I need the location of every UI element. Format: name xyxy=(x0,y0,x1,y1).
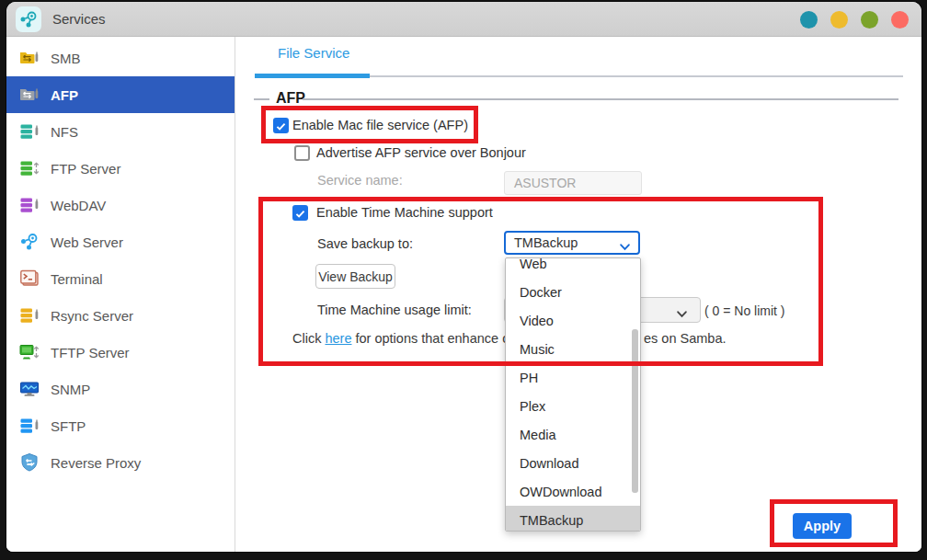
dropdown-scrollbar-thumb[interactable] xyxy=(632,329,638,493)
samba-note-text: for options that enhance com xyxy=(351,331,527,346)
dropdown-option-web[interactable]: Web xyxy=(506,257,640,278)
main-panel: File Service AFP Enable Mac file service… xyxy=(235,37,921,552)
tftp-server-icon xyxy=(19,342,40,362)
window-dot-teal[interactable] xyxy=(800,11,818,29)
active-tab-underline xyxy=(255,74,370,78)
save-backup-dropdown-list: WebDockerVideoMusicPHPlexMediaDownloadOW… xyxy=(505,257,641,531)
fieldset-line xyxy=(303,98,898,100)
sidebar-item-label: Rsync Server xyxy=(51,308,133,324)
service-name-input[interactable]: ASUSTOR xyxy=(504,171,642,195)
web-server-icon xyxy=(19,232,40,252)
sidebar-item-label: SNMP xyxy=(51,382,90,397)
sidebar-item-smb[interactable]: SMB xyxy=(6,40,235,76)
samba-note-fragment: es on Samba. xyxy=(644,331,726,346)
window-body: SMBAFPNFSFTP ServerWebDAVWeb ServerTermi… xyxy=(6,37,921,552)
enable-afp-checkbox[interactable] xyxy=(273,118,289,133)
sidebar-item-web-server[interactable]: Web Server xyxy=(6,223,235,260)
fieldset-line xyxy=(254,98,269,100)
dropdown-option-music[interactable]: Music xyxy=(506,335,640,363)
smb-folder-icon xyxy=(19,48,40,68)
titlebar-dots xyxy=(800,2,909,37)
save-backup-value: TMBackup xyxy=(514,235,578,250)
sidebar-item-sftp[interactable]: SFTP xyxy=(6,407,235,444)
chevron-down-icon xyxy=(677,306,687,321)
sidebar-item-label: TFTP Server xyxy=(51,345,130,360)
samba-note-text: Click xyxy=(292,331,325,346)
webdav-stack-icon xyxy=(19,195,40,215)
window-dot-red[interactable] xyxy=(891,11,909,29)
sidebar-item-label: SFTP xyxy=(51,418,86,434)
enable-afp-label[interactable]: Enable Mac file service (AFP) xyxy=(292,118,468,133)
dropdown-option-tmbackup[interactable]: TMBackup xyxy=(506,506,640,531)
dropdown-option-ph[interactable]: PH xyxy=(506,363,640,392)
save-backup-label: Save backup to: xyxy=(317,236,413,252)
usage-limit-hint: ( 0 = No limit ) xyxy=(704,303,785,318)
rsync-stack-icon xyxy=(19,305,40,326)
view-backup-button[interactable]: View Backup xyxy=(315,264,395,289)
sidebar-item-reverse-proxy[interactable]: Reverse Proxy xyxy=(6,444,235,481)
sidebar-item-ftp-server[interactable]: FTP Server xyxy=(6,150,235,187)
reverse-proxy-icon xyxy=(19,452,40,473)
dropdown-option-media[interactable]: Media xyxy=(506,420,640,449)
service-name-label: Service name: xyxy=(317,173,403,189)
sidebar-item-label: WebDAV xyxy=(51,198,106,213)
screenshot-stage: Services SMBAFPNFSFTP ServerWebDAVWeb Se… xyxy=(0,0,927,560)
nfs-stack-icon xyxy=(19,121,40,142)
ftp-server-icon xyxy=(19,158,40,178)
apply-button[interactable]: Apply xyxy=(793,513,852,539)
samba-note-link[interactable]: here xyxy=(325,331,351,346)
sidebar-item-snmp[interactable]: SNMP xyxy=(6,371,235,407)
time-machine-label[interactable]: Enable Time Machine support xyxy=(316,205,493,221)
samba-note: Click here for options that enhance com xyxy=(292,331,528,346)
titlebar[interactable]: Services xyxy=(6,2,921,37)
sidebar-item-rsync-server[interactable]: Rsync Server xyxy=(6,297,235,334)
dropdown-option-owdownload[interactable]: OWDownload xyxy=(506,477,640,506)
window-dot-green[interactable] xyxy=(861,11,878,29)
snmp-monitor-icon xyxy=(19,379,40,399)
dropdown-option-docker[interactable]: Docker xyxy=(506,278,640,306)
sidebar-item-label: AFP xyxy=(51,87,78,103)
terminal-icon xyxy=(19,269,40,289)
window-dot-yellow[interactable] xyxy=(830,11,848,29)
sidebar-item-tftp-server[interactable]: TFTP Server xyxy=(6,334,235,371)
sidebar-item-label: Terminal xyxy=(51,271,103,287)
afp-folder-icon xyxy=(19,85,40,105)
sidebar-item-label: SMB xyxy=(51,51,81,66)
afp-section-title: AFP xyxy=(276,90,305,107)
sidebar-item-label: FTP Server xyxy=(51,161,120,177)
dropdown-option-download[interactable]: Download xyxy=(506,449,640,477)
window-title: Services xyxy=(52,2,106,37)
usage-limit-label: Time Machine usage limit: xyxy=(317,303,472,318)
dropdown-option-video[interactable]: Video xyxy=(506,306,640,335)
sidebar-item-afp[interactable]: AFP xyxy=(6,76,235,113)
sidebar-item-label: NFS xyxy=(51,124,78,140)
services-app-icon xyxy=(16,6,41,32)
dropdown-option-plex[interactable]: Plex xyxy=(506,392,640,420)
sidebar: SMBAFPNFSFTP ServerWebDAVWeb ServerTermi… xyxy=(6,37,235,552)
bonjour-label[interactable]: Advertise AFP service over Bonjour xyxy=(316,145,526,161)
save-backup-select[interactable]: TMBackup xyxy=(504,231,640,255)
sftp-stack-icon xyxy=(19,416,40,436)
sidebar-item-webdav[interactable]: WebDAV xyxy=(6,187,235,223)
sidebar-item-label: Web Server xyxy=(51,234,123,250)
services-window: Services SMBAFPNFSFTP ServerWebDAVWeb Se… xyxy=(6,2,921,552)
bonjour-checkbox[interactable] xyxy=(294,145,310,161)
sidebar-item-label: Reverse Proxy xyxy=(51,455,141,471)
chevron-down-icon xyxy=(620,239,630,254)
time-machine-checkbox[interactable] xyxy=(292,205,308,221)
sidebar-item-nfs[interactable]: NFS xyxy=(6,113,235,150)
tab-file-service[interactable]: File Service xyxy=(278,45,349,61)
sidebar-item-terminal[interactable]: Terminal xyxy=(6,260,235,297)
